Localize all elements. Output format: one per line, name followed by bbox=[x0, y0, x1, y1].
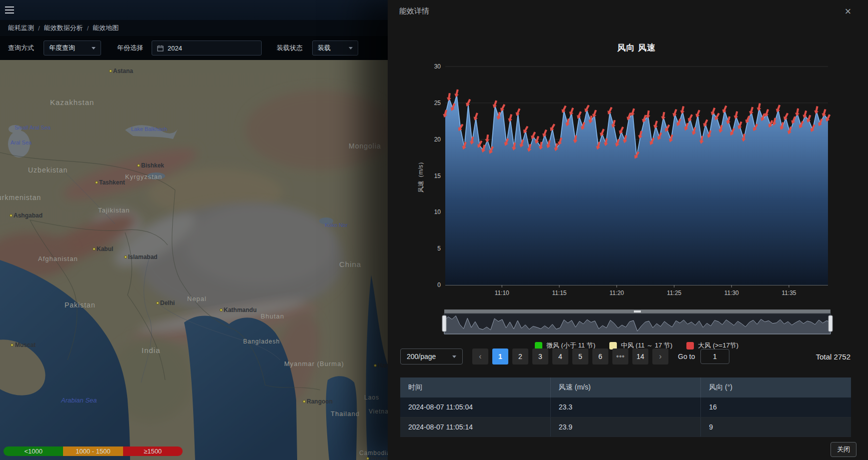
breadcrumb-item[interactable]: 能耗监测 bbox=[8, 24, 34, 32]
table-header-row: 时间风速 (m/s)风向 (°) bbox=[400, 378, 851, 398]
page-button-4[interactable]: 4 bbox=[552, 348, 568, 364]
table-column-header: 风速 (m/s) bbox=[550, 378, 700, 398]
query-mode-label: 查询方式 bbox=[8, 36, 34, 60]
map-legend-segment: 1000 - 1500 bbox=[63, 446, 123, 456]
year-value: 2024 bbox=[168, 44, 182, 52]
svg-text:15: 15 bbox=[434, 172, 441, 180]
svg-text:11:15: 11:15 bbox=[552, 290, 566, 296]
datazoom-slider[interactable] bbox=[442, 310, 832, 334]
query-mode-value: 年度查询 bbox=[49, 44, 75, 52]
load-state-select[interactable]: 装载 bbox=[312, 40, 358, 56]
year-label: 年份选择 bbox=[117, 36, 143, 60]
detail-drawer: 能效详情 × 风向 风速 051015202530风速（m/s）11:1011:… bbox=[388, 0, 868, 460]
map-value-legend: <10001000 - 1500≥1500 bbox=[4, 446, 183, 456]
city-marker bbox=[124, 256, 127, 258]
table-cell: 23.3 bbox=[550, 398, 700, 417]
goto-page-input[interactable] bbox=[700, 349, 729, 364]
table-row[interactable]: 2024-08-07 11:05:0423.316 bbox=[400, 398, 851, 417]
year-date-picker[interactable]: 2024 bbox=[152, 40, 262, 56]
table-cell: 2024-08-07 11:05:14 bbox=[400, 417, 550, 436]
table-cell: 2024-08-07 11:05:04 bbox=[400, 398, 550, 417]
load-state-label: 装载状态 bbox=[277, 36, 303, 60]
prev-page-button[interactable]: ‹ bbox=[472, 348, 488, 364]
breadcrumb-separator: / bbox=[87, 24, 89, 32]
screen: 能耗监测/能效数据分析/能效地图 查询方式 年度查询 年份选择 2024 装载状… bbox=[0, 0, 868, 460]
page-button-6[interactable]: 6 bbox=[592, 348, 608, 364]
city-marker bbox=[95, 181, 98, 184]
wind-data-table: 时间风速 (m/s)风向 (°) 2024-08-07 11:05:0423.3… bbox=[400, 378, 851, 437]
load-state-value: 装载 bbox=[318, 44, 331, 52]
map-legend-segment: <1000 bbox=[4, 446, 63, 456]
top-bar bbox=[0, 0, 388, 20]
svg-text:0: 0 bbox=[437, 282, 441, 288]
breadcrumb: 能耗监测/能效数据分析/能效地图 bbox=[0, 20, 388, 36]
next-page-button[interactable]: › bbox=[652, 348, 668, 364]
svg-text:11:25: 11:25 bbox=[667, 290, 681, 296]
pagination: 200/page ‹123456•••14› Go to Total 2752 bbox=[388, 348, 868, 364]
query-mode-select[interactable]: 年度查询 bbox=[44, 40, 101, 56]
svg-text:30: 30 bbox=[434, 63, 441, 70]
table-cell: 23.9 bbox=[550, 417, 700, 436]
table-column-header: 风向 (°) bbox=[701, 378, 851, 398]
page-button-1[interactable]: 1 bbox=[492, 348, 508, 364]
page-size-select[interactable]: 200/page bbox=[400, 348, 463, 364]
svg-text:25: 25 bbox=[434, 100, 441, 106]
city-marker bbox=[109, 70, 112, 72]
breadcrumb-separator: / bbox=[38, 24, 40, 32]
svg-text:11:20: 11:20 bbox=[609, 290, 624, 296]
terrain-map[interactable]: AstanaKazakhstanSmall Aral SeaLake Balkh… bbox=[0, 60, 388, 460]
svg-text:5: 5 bbox=[437, 245, 441, 252]
chevron-down-icon bbox=[452, 356, 456, 358]
city-marker bbox=[366, 457, 369, 460]
city-marker bbox=[137, 164, 140, 167]
city-marker bbox=[220, 308, 223, 312]
city-marker bbox=[156, 302, 159, 304]
page-button-5[interactable]: 5 bbox=[572, 348, 588, 364]
goto-label: Go to bbox=[678, 348, 695, 364]
datazoom-right-handle[interactable] bbox=[828, 316, 832, 332]
svg-text:20: 20 bbox=[434, 136, 441, 143]
chevron-down-icon bbox=[349, 47, 353, 50]
page-button-14[interactable]: 14 bbox=[632, 348, 648, 364]
close-button[interactable]: 关闭 bbox=[830, 442, 856, 457]
energy-map-app: 能耗监测/能效数据分析/能效地图 查询方式 年度查询 年份选择 2024 装载状… bbox=[0, 0, 388, 460]
table-row[interactable]: 2024-08-07 11:05:1423.99 bbox=[400, 417, 851, 436]
svg-text:11:35: 11:35 bbox=[781, 290, 796, 296]
page-size-value: 200/page bbox=[407, 352, 436, 360]
filter-bar: 查询方式 年度查询 年份选择 2024 装载状态 装载 bbox=[0, 36, 388, 60]
map-legend-segment: ≥1500 bbox=[123, 446, 183, 456]
svg-text:风速（m/s）: 风速（m/s） bbox=[417, 159, 424, 192]
city-marker bbox=[10, 214, 13, 217]
svg-text:10: 10 bbox=[434, 208, 441, 216]
page-button-3[interactable]: 3 bbox=[532, 348, 548, 364]
table-column-header: 时间 bbox=[400, 378, 550, 398]
total-count: Total 2752 bbox=[816, 348, 850, 364]
svg-text:11:30: 11:30 bbox=[724, 290, 739, 296]
city-marker bbox=[11, 344, 14, 346]
map-dim-overlay bbox=[0, 60, 388, 460]
page-button-2[interactable]: 2 bbox=[512, 348, 528, 364]
more-pages-button[interactable]: ••• bbox=[612, 348, 628, 364]
calendar-icon bbox=[157, 45, 164, 52]
hamburger-menu-icon[interactable] bbox=[5, 6, 14, 14]
table-cell: 16 bbox=[701, 398, 851, 417]
city-marker bbox=[374, 364, 377, 367]
breadcrumb-item[interactable]: 能效数据分析 bbox=[44, 24, 83, 32]
table-cell: 9 bbox=[701, 417, 851, 436]
datazoom-left-handle[interactable] bbox=[442, 316, 446, 332]
chevron-down-icon bbox=[92, 47, 96, 50]
city-marker bbox=[303, 400, 306, 403]
city-marker bbox=[93, 248, 96, 250]
svg-text:11:10: 11:10 bbox=[495, 290, 509, 296]
breadcrumb-item[interactable]: 能效地图 bbox=[93, 24, 119, 32]
